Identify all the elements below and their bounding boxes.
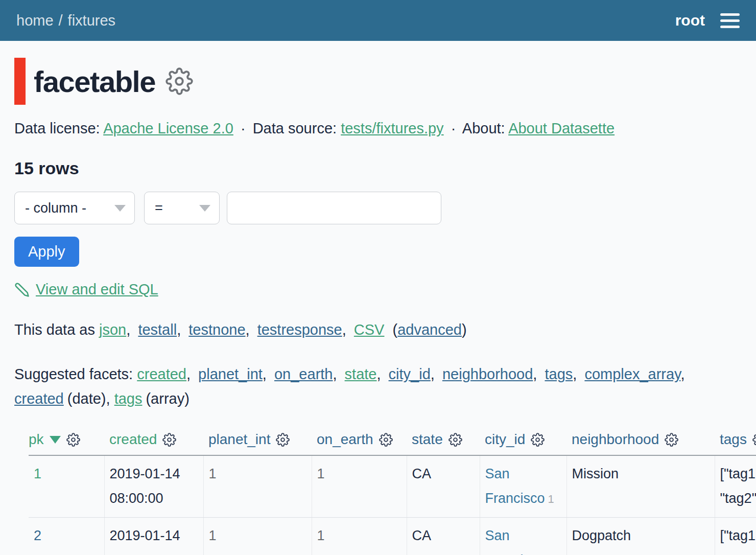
cell-city-id: San Francisco1 bbox=[480, 455, 566, 518]
cell-created: 2019-01-14 08:00:00 bbox=[104, 518, 203, 555]
cell-tags: ["tag1", "tag2"] bbox=[715, 455, 756, 518]
facet-link-city-id[interactable]: city_id bbox=[389, 366, 431, 382]
column-header-planet-int[interactable]: planet_int bbox=[208, 431, 270, 448]
sort-desc-icon bbox=[50, 436, 61, 444]
facet-link-planet-int[interactable]: planet_int bbox=[198, 366, 263, 382]
cell-state: CA bbox=[407, 518, 480, 555]
column-header-state[interactable]: state bbox=[412, 431, 443, 448]
facet-link-on-earth[interactable]: on_earth bbox=[274, 366, 333, 382]
facet-link-complex-array[interactable]: complex_array bbox=[584, 366, 680, 382]
column-header-city-id[interactable]: city_id bbox=[485, 431, 525, 448]
source-link[interactable]: tests/fixtures.py bbox=[341, 120, 443, 136]
cell-state: CA bbox=[407, 455, 480, 518]
data-table: pk created planet_int on_earth bbox=[29, 427, 756, 555]
breadcrumb-home-link[interactable]: home bbox=[16, 12, 54, 29]
breadcrumb-database-link[interactable]: fixtures bbox=[68, 12, 115, 29]
facets-prefix: Suggested facets: bbox=[14, 366, 133, 382]
separator-dot: · bbox=[241, 120, 246, 136]
about-link[interactable]: About Datasette bbox=[508, 120, 615, 136]
filter-column-select[interactable]: - column - bbox=[14, 192, 135, 224]
top-navbar: home / fixtures root bbox=[0, 0, 756, 41]
suggested-facets-row: Suggested facets: created, planet_int, o… bbox=[14, 362, 742, 411]
about-label: About: bbox=[462, 120, 505, 136]
column-header-on-earth[interactable]: on_earth bbox=[317, 431, 373, 448]
hamburger-menu-icon[interactable] bbox=[720, 13, 740, 28]
facet-link-created[interactable]: created bbox=[137, 366, 186, 382]
cell-city-id: San Francisco1 bbox=[480, 518, 566, 555]
column-cog-icon[interactable] bbox=[379, 433, 393, 447]
title-row: facetable bbox=[14, 58, 742, 105]
table-cog-icon[interactable] bbox=[166, 67, 193, 95]
cell-tags: ["tag1", "tag3"] bbox=[715, 518, 756, 555]
license-label: Data license: bbox=[14, 120, 100, 136]
column-header-pk[interactable]: pk bbox=[29, 431, 44, 448]
breadcrumb-separator: / bbox=[59, 12, 63, 29]
column-cog-icon[interactable] bbox=[448, 433, 462, 447]
city-link[interactable]: San Francisco bbox=[485, 466, 545, 506]
export-link-testnone[interactable]: testnone bbox=[188, 321, 245, 338]
filter-operator-select[interactable]: = bbox=[144, 192, 220, 224]
column-cog-icon[interactable] bbox=[162, 433, 176, 447]
table-row: 1 2019-01-14 08:00:00 1 1 CA San Francis… bbox=[29, 455, 756, 518]
facet-link-tags-array[interactable]: tags bbox=[114, 390, 143, 407]
export-link-advanced[interactable]: advanced bbox=[397, 321, 462, 338]
city-raw-id: 1 bbox=[548, 493, 554, 505]
table-row: 2 2019-01-14 08:00:00 1 1 CA San Francis… bbox=[29, 518, 756, 555]
header-row: pk created planet_int on_earth bbox=[29, 427, 756, 455]
column-cog-icon[interactable] bbox=[276, 433, 290, 447]
page-content: facetable Data license: Apache License 2… bbox=[0, 58, 756, 555]
cell-planet-int: 1 bbox=[203, 455, 312, 518]
sql-link-row: View and edit SQL bbox=[14, 281, 742, 298]
column-cog-icon[interactable] bbox=[531, 433, 545, 447]
facet-link-tags[interactable]: tags bbox=[545, 366, 573, 382]
facet-link-created-date[interactable]: created bbox=[14, 390, 64, 407]
title-accent-bar bbox=[14, 58, 26, 105]
cell-neighborhood: Dogpatch bbox=[566, 518, 715, 555]
facet-link-neighborhood[interactable]: neighborhood bbox=[442, 366, 533, 382]
cell-on-earth: 1 bbox=[312, 455, 407, 518]
column-cog-icon[interactable] bbox=[665, 433, 678, 447]
column-header-created[interactable]: created bbox=[109, 431, 157, 448]
row-pk-link[interactable]: 1 bbox=[34, 466, 41, 481]
facet-link-state[interactable]: state bbox=[345, 366, 377, 382]
license-link[interactable]: Apache License 2.0 bbox=[103, 120, 233, 136]
column-cog-icon[interactable] bbox=[752, 433, 756, 447]
city-link[interactable]: San Francisco bbox=[485, 528, 545, 555]
cell-planet-int: 1 bbox=[203, 518, 312, 555]
column-header-tags[interactable]: tags bbox=[720, 431, 747, 448]
column-cog-icon[interactable] bbox=[66, 433, 80, 447]
column-header-neighborhood[interactable]: neighborhood bbox=[572, 431, 659, 448]
export-links-row: This data as json, testall, testnone, te… bbox=[14, 321, 742, 338]
apply-button[interactable]: Apply bbox=[14, 237, 79, 267]
pencil-icon bbox=[14, 282, 30, 297]
filter-controls: - column - = bbox=[14, 192, 742, 224]
metadata-line: Data license: Apache License 2.0 · Data … bbox=[14, 120, 742, 137]
export-link-testresponse[interactable]: testresponse bbox=[257, 321, 342, 338]
separator-dot: · bbox=[451, 120, 456, 136]
export-link-json[interactable]: json bbox=[99, 321, 126, 338]
cell-on-earth: 1 bbox=[312, 518, 407, 555]
source-label: Data source: bbox=[253, 120, 337, 136]
row-pk-link[interactable]: 2 bbox=[34, 528, 41, 543]
page-title: facetable bbox=[34, 64, 155, 99]
breadcrumb: home / fixtures bbox=[16, 12, 115, 29]
export-link-testall[interactable]: testall bbox=[138, 321, 177, 338]
data-table-zone: pk created planet_int on_earth bbox=[14, 427, 756, 555]
row-count-heading: 15 rows bbox=[14, 158, 742, 178]
cell-neighborhood: Mission bbox=[566, 455, 715, 518]
export-link-csv[interactable]: CSV bbox=[354, 321, 385, 338]
view-edit-sql-link[interactable]: View and edit SQL bbox=[36, 281, 158, 298]
export-prefix: This data as bbox=[14, 321, 95, 338]
filter-value-input[interactable] bbox=[227, 192, 441, 224]
logged-in-user[interactable]: root bbox=[675, 12, 705, 29]
cell-created: 2019-01-14 08:00:00 bbox=[104, 455, 203, 518]
